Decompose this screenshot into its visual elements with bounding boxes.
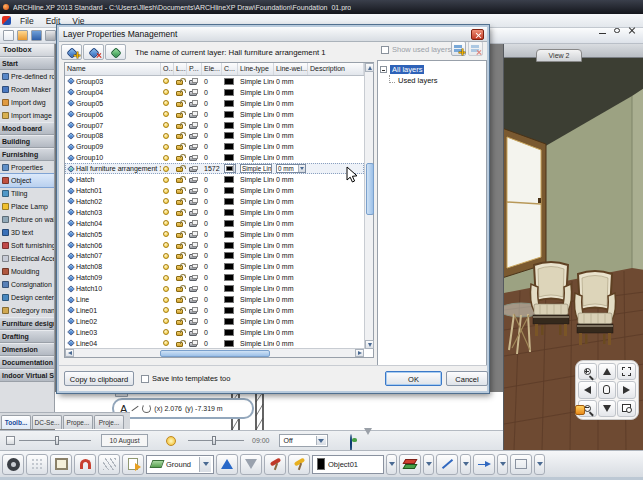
print-cell[interactable] (187, 196, 202, 207)
sidebar-section-indoor-virtual-stagi[interactable]: Indoor Virtual Stagi... (0, 369, 54, 382)
sidebar-item-picture-on-wall[interactable]: Picture on wall (0, 213, 54, 226)
lock-cell[interactable] (174, 174, 187, 185)
coordinate-input-box[interactable]: A (x) 2.076 (y) -7.319 m (112, 398, 254, 419)
shadow-mode-select[interactable]: Off (279, 434, 328, 447)
sun-position-up-icon[interactable] (336, 435, 347, 446)
zoom-slider[interactable] (19, 440, 91, 441)
lock-cell[interactable] (174, 218, 187, 229)
sidebar-section-furnishing[interactable]: Furnishing (0, 148, 54, 161)
lineweight-cell[interactable]: 0 mm (274, 294, 308, 305)
column-header-p[interactable]: P... (187, 63, 202, 75)
linetype-cell[interactable]: Simple Line (238, 240, 274, 251)
table-row-line02[interactable]: Line020Simple Line0 mm (65, 316, 364, 327)
tree-child-label[interactable]: Used layers (398, 76, 438, 85)
lineweight-cell[interactable]: 0 mm (274, 131, 308, 142)
sidebar-section-mood-board[interactable]: Mood board (0, 122, 54, 135)
lineweight-cell[interactable]: 0 mm (274, 196, 308, 207)
linetype-cell[interactable]: Simple Line (238, 196, 274, 207)
table-row-hatch[interactable]: Hatch0Simple Line0 mm (65, 174, 364, 185)
visibility-cell[interactable] (161, 163, 174, 174)
new-layer-button[interactable] (61, 44, 82, 60)
cancel-button[interactable]: Cancel (446, 371, 488, 386)
table-row-group08[interactable]: Group080Simple Line0 mm (65, 131, 364, 142)
lock-cell[interactable] (174, 109, 187, 120)
linetype-cell[interactable]: Simple Line (238, 251, 274, 262)
time-slider-handle[interactable] (212, 436, 216, 445)
panel-tab-dc-se[interactable]: DC-Se... (32, 415, 62, 429)
visibility-cell[interactable] (161, 98, 174, 109)
color-cell[interactable] (222, 174, 238, 185)
mdi-minimize-button[interactable] (598, 27, 607, 35)
color-cell[interactable] (222, 294, 238, 305)
view-tab[interactable]: View 2 (536, 49, 582, 62)
open-file-icon[interactable] (17, 30, 28, 41)
linetype-cell[interactable]: Simple Line (238, 131, 274, 142)
globe-icon[interactable] (350, 435, 361, 446)
sidebar-item-electrical-access[interactable]: Electrical Access... (0, 252, 54, 265)
color-cell[interactable] (222, 87, 238, 98)
zoom-in-button[interactable] (578, 363, 597, 380)
settings-gear-button[interactable] (2, 454, 24, 475)
lineweight-cell[interactable]: 0 mm (274, 316, 308, 327)
color-cell[interactable] (222, 305, 238, 316)
active-layer-dropdown-button[interactable] (386, 454, 397, 475)
table-row-hatch04[interactable]: Hatch040Simple Line0 mm (65, 218, 364, 229)
print-cell[interactable] (187, 294, 202, 305)
visibility-cell[interactable] (161, 294, 174, 305)
zoom-window-button[interactable] (617, 400, 636, 417)
sidebar-item-pre-defined-room[interactable]: Pre-defined room (0, 70, 54, 83)
menu-file[interactable]: File (15, 15, 39, 27)
sidebar-item-soft-furnishing[interactable]: Soft furnishing (0, 239, 54, 252)
lock-cell[interactable] (174, 152, 187, 163)
print-cell[interactable] (187, 240, 202, 251)
lock-cell[interactable] (174, 185, 187, 196)
visibility-cell[interactable] (161, 87, 174, 98)
column-header-ele[interactable]: Ele... (202, 63, 222, 75)
print-cell[interactable] (187, 152, 202, 163)
tree-collapse-icon[interactable] (380, 66, 387, 73)
lock-cell[interactable] (174, 294, 187, 305)
visibility-cell[interactable] (161, 174, 174, 185)
sidebar-item-category-manage[interactable]: Category manage... (0, 304, 54, 317)
table-row-hatch08[interactable]: Hatch080Simple Line0 mm (65, 261, 364, 272)
add-layer-group-button[interactable] (451, 41, 466, 56)
linetype-cell[interactable]: Simple Line (238, 294, 274, 305)
table-row-group05[interactable]: Group050Simple Line0 mm (65, 98, 364, 109)
rectangle-style-button[interactable] (510, 454, 532, 475)
column-header-name[interactable]: Name (65, 63, 161, 75)
table-row-group06[interactable]: Group060Simple Line0 mm (65, 109, 364, 120)
column-header-line-wei[interactable]: Line-wei... (274, 63, 308, 75)
lock-cell[interactable] (174, 207, 187, 218)
print-cell[interactable] (187, 76, 202, 87)
lineweight-cell[interactable]: 0 mm (274, 305, 308, 316)
lock-cell[interactable] (174, 120, 187, 131)
color-cell[interactable] (222, 272, 238, 283)
color-cell[interactable] (222, 152, 238, 163)
linetype-cell[interactable]: Simple Line (238, 120, 274, 131)
table-row-line01[interactable]: Line010Simple Line0 mm (65, 305, 364, 316)
widget-settings-icon[interactable] (575, 405, 585, 415)
delete-layer-button[interactable] (83, 44, 104, 60)
sidebar-item-moulding[interactable]: Moulding (0, 265, 54, 278)
color-cell[interactable] (222, 196, 238, 207)
new-file-icon[interactable] (3, 30, 14, 41)
sidebar-section-furniture-design[interactable]: Furniture design (0, 317, 54, 330)
visibility-cell[interactable] (161, 109, 174, 120)
linetype-cell[interactable]: Simple Line (238, 327, 274, 338)
visibility-cell[interactable] (161, 207, 174, 218)
color-cell[interactable] (222, 316, 238, 327)
color-cell[interactable] (222, 207, 238, 218)
panel-tab-proje[interactable]: Proje... (94, 415, 124, 429)
lineweight-cell[interactable]: 0 mm (274, 87, 308, 98)
linetype-cell[interactable]: Simple Line (238, 141, 274, 152)
zoom-slider-handle[interactable] (55, 436, 59, 445)
scroll-up-button[interactable] (365, 63, 374, 72)
sidebar-section-drafting[interactable]: Drafting (0, 330, 54, 343)
sidebar-item-3d-text[interactable]: 3D text (0, 226, 54, 239)
print-cell[interactable] (187, 163, 202, 174)
lock-cell[interactable] (174, 251, 187, 262)
mdi-close-button[interactable] (628, 27, 637, 35)
print-cell[interactable] (187, 174, 202, 185)
color-cell[interactable] (222, 229, 238, 240)
dropdown-arrow-icon[interactable] (199, 457, 211, 472)
